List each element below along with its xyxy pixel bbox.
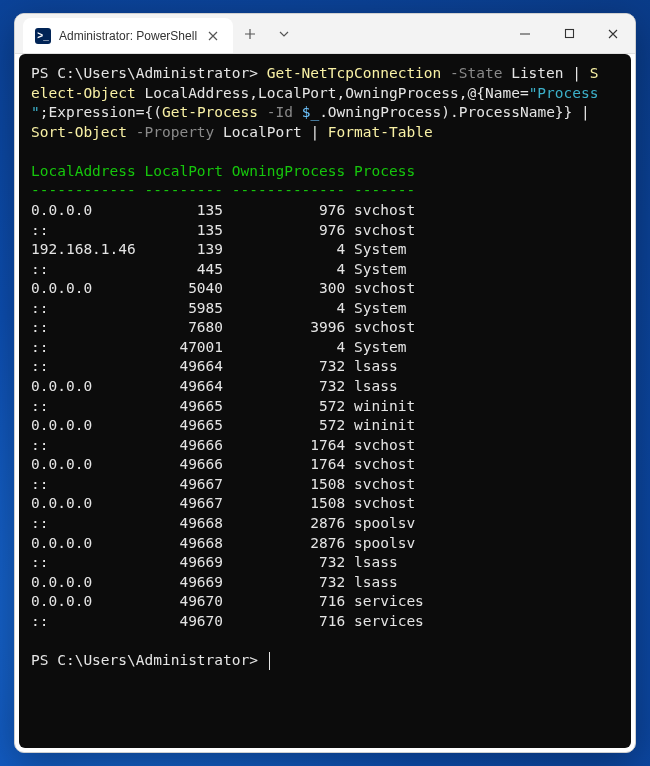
terminal-output[interactable]: PS C:\Users\Administrator> Get-NetTcpCon… xyxy=(19,54,631,748)
maximize-icon xyxy=(564,28,575,39)
minimize-icon xyxy=(519,28,531,40)
svg-rect-0 xyxy=(565,30,573,38)
close-tab-button[interactable] xyxy=(205,28,221,44)
minimize-button[interactable] xyxy=(503,14,547,53)
maximize-button[interactable] xyxy=(547,14,591,53)
titlebar: >_ Administrator: PowerShell xyxy=(15,14,635,54)
close-icon xyxy=(208,31,218,41)
tab-dropdown-button[interactable] xyxy=(267,14,301,53)
tab-powershell[interactable]: >_ Administrator: PowerShell xyxy=(23,18,233,53)
new-tab-button[interactable] xyxy=(233,14,267,53)
tab-title: Administrator: PowerShell xyxy=(59,29,197,43)
close-window-button[interactable] xyxy=(591,14,635,53)
close-icon xyxy=(607,28,619,40)
terminal-window: >_ Administrator: PowerShell PS C:\Users… xyxy=(14,13,636,753)
window-controls xyxy=(503,14,635,53)
plus-icon xyxy=(244,28,256,40)
powershell-icon: >_ xyxy=(35,28,51,44)
chevron-down-icon xyxy=(278,28,290,40)
